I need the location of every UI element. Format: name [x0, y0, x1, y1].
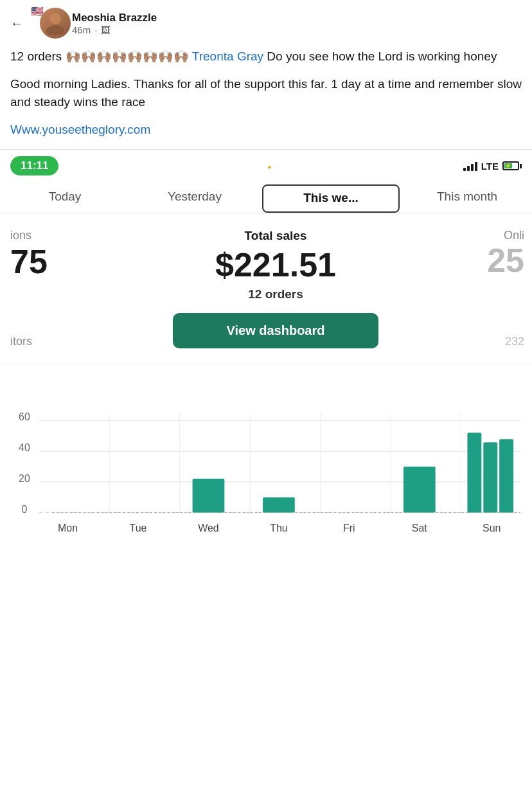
- view-dashboard-button[interactable]: View dashboard: [173, 313, 378, 348]
- bar-chart: 0 20 40 60: [10, 375, 522, 548]
- svg-text:Mon: Mon: [58, 523, 78, 534]
- svg-rect-22: [263, 497, 295, 513]
- svg-text:Wed: Wed: [198, 523, 218, 534]
- orders-count: 12 orders: [87, 287, 464, 301]
- svg-text:Sat: Sat: [412, 523, 427, 534]
- post-author: Meoshia Brazzle: [72, 12, 157, 24]
- svg-text:60: 60: [19, 412, 30, 423]
- tab-today[interactable]: Today: [0, 183, 130, 213]
- avatar-container: 🇺🇸: [32, 6, 66, 40]
- tab-yesterday[interactable]: Yesterday: [130, 183, 260, 213]
- svg-point-0: [49, 13, 61, 24]
- post-link[interactable]: Www.youseetheglory.com: [10, 123, 150, 136]
- time-display: 11:11: [10, 156, 58, 175]
- svg-text:Fri: Fri: [343, 523, 355, 534]
- avatar: [40, 8, 71, 39]
- center-col: Total sales $221.51 12 orders View dashb…: [77, 213, 474, 364]
- svg-rect-29: [483, 442, 497, 512]
- tab-bar: Today Yesterday This we... This month: [0, 179, 532, 213]
- svg-rect-30: [499, 439, 513, 512]
- right-col: Onli 25 232: [474, 213, 532, 364]
- svg-rect-26: [403, 467, 436, 513]
- svg-text:Tue: Tue: [130, 523, 147, 534]
- back-arrow-icon[interactable]: ←: [10, 16, 23, 31]
- svg-text:0: 0: [21, 504, 27, 515]
- post-time-row: 46m · 🖼: [72, 24, 157, 35]
- chart-section: 0 20 40 60: [0, 364, 532, 556]
- left-col: ions 75 itors: [0, 213, 77, 364]
- post-time-separator: ·: [94, 24, 97, 35]
- total-sales-value: $221.51: [87, 247, 464, 283]
- signal-icon: [463, 161, 477, 171]
- svg-point-1: [46, 25, 64, 35]
- post-header: ← 🇺🇸 Meoshia Brazzle 46m · 🖼: [0, 0, 532, 45]
- mention-link[interactable]: Treonta Gray: [192, 49, 263, 63]
- right-value2: 232: [474, 335, 524, 348]
- post-icon: 🖼: [101, 24, 111, 35]
- dashboard-section: ions 75 itors Total sales $221.51 12 ord…: [0, 213, 532, 364]
- left-value1: 75: [10, 244, 77, 280]
- post-content: 12 orders 🙌🏽🙌🏽🙌🏽🙌🏽🙌🏽🙌🏽🙌🏽🙌🏽 Treonta Gray …: [0, 45, 532, 149]
- post-time: 46m: [72, 24, 91, 35]
- battery-icon: ⚡: [502, 161, 522, 170]
- lte-label: LTE: [481, 161, 499, 172]
- svg-rect-28: [467, 433, 481, 512]
- left-label1: ions: [10, 229, 77, 242]
- total-sales-label: Total sales: [87, 229, 464, 243]
- right-value1: 25: [474, 242, 524, 279]
- tab-thismonth[interactable]: This month: [402, 183, 532, 213]
- svg-text:20: 20: [19, 473, 30, 484]
- post-body-line2: Good morning Ladies. Thanks for all of t…: [10, 75, 522, 112]
- post-body-line1: 12 orders 🙌🏽🙌🏽🙌🏽🙌🏽🙌🏽🙌🏽🙌🏽🙌🏽 Treonta Gray …: [10, 48, 522, 66]
- svg-text:Sun: Sun: [483, 523, 501, 534]
- tab-thisweek[interactable]: This we...: [262, 184, 400, 213]
- left-label2: itors: [10, 335, 77, 348]
- flag-badge: 🇺🇸: [31, 5, 44, 17]
- status-right: LTE ⚡: [463, 161, 522, 172]
- post-meta: Meoshia Brazzle 46m · 🖼: [72, 12, 157, 35]
- right-label1: Onli: [474, 229, 524, 242]
- svg-rect-20: [193, 479, 225, 513]
- status-bar: 11:11 ● LTE ⚡: [0, 150, 532, 179]
- svg-text:Thu: Thu: [270, 523, 287, 534]
- svg-text:40: 40: [19, 442, 30, 453]
